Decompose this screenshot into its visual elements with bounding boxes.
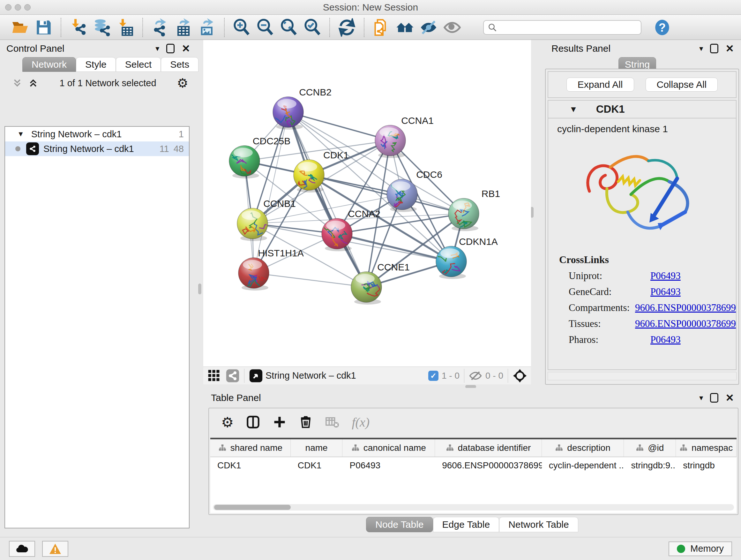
- help-icon[interactable]: ?: [653, 18, 671, 37]
- zoom-selected-icon[interactable]: [303, 18, 322, 37]
- tree-icon: [218, 444, 226, 452]
- import-table-icon[interactable]: [116, 18, 135, 37]
- tree-icon: [446, 444, 454, 452]
- column-header-namespac[interactable]: namespac: [676, 439, 737, 456]
- network-badge-icon[interactable]: [226, 369, 240, 383]
- cloud-status-button[interactable]: [9, 541, 35, 557]
- results-panel: Results Panel ▾ ✕ String Expand All Coll…: [534, 40, 741, 388]
- column-header-description[interactable]: description: [542, 439, 624, 456]
- scrollbar-thumb[interactable]: [214, 505, 291, 510]
- control-panel-float-icon[interactable]: [166, 44, 175, 53]
- tab-edge-table[interactable]: Edge Table: [433, 517, 499, 532]
- svg-text:HIST1H1A: HIST1H1A: [258, 248, 304, 258]
- birds-eye-view-icon[interactable]: [513, 368, 527, 383]
- collection-count: 1: [179, 129, 184, 139]
- results-panel-float-icon[interactable]: [710, 44, 718, 53]
- collection-expander-icon[interactable]: ▼: [17, 130, 24, 138]
- column-header--id[interactable]: @id: [624, 439, 676, 456]
- column-header-canonical-name[interactable]: canonical name: [342, 439, 435, 456]
- table-row[interactable]: CDK1CDK1P064939606.ENSP00000378699cyclin…: [210, 457, 737, 474]
- crosslink-row: Compartments:9606.ENSP00000378699: [559, 302, 736, 314]
- zoom-fit-icon[interactable]: [280, 18, 298, 37]
- column-header-shared-name[interactable]: shared name: [210, 439, 291, 456]
- tab-node-table[interactable]: Node Table: [366, 517, 433, 532]
- search-box[interactable]: [483, 20, 642, 35]
- crosslink-link[interactable]: P06493: [650, 270, 681, 282]
- string-network-graph[interactable]: CCNB2CCNA1CDC25BCDK1CDC6RB1CCNB1CCNA2CDK…: [203, 40, 531, 367]
- crosslink-link[interactable]: P06493: [650, 286, 681, 298]
- import-network-database-icon[interactable]: [92, 18, 111, 37]
- table-panel-title: Table Panel: [211, 392, 261, 403]
- copy-network-icon[interactable]: [372, 18, 391, 37]
- crosslink-link[interactable]: 9606.ENSP00000378699: [635, 302, 736, 314]
- crosslink-link[interactable]: 9606.ENSP00000378699: [635, 318, 736, 329]
- control-panel-tabs: Network Style Select Sets: [22, 57, 197, 72]
- svg-text:CCNB2: CCNB2: [299, 87, 332, 98]
- save-session-icon[interactable]: [35, 18, 53, 37]
- table-cell[interactable]: stringdb: [676, 457, 737, 474]
- hidden-counts: 0 - 0: [485, 371, 503, 381]
- table-horizontal-scrollbar[interactable]: [213, 504, 734, 510]
- column-header-database-identifier[interactable]: database identifier: [435, 439, 542, 456]
- table-cell[interactable]: 9606.ENSP00000378699: [435, 457, 542, 474]
- gene-expander-icon[interactable]: ▼: [569, 105, 578, 114]
- function-builder-icon-disabled: f(x): [352, 415, 369, 430]
- tab-network-table[interactable]: Network Table: [499, 517, 578, 532]
- network-row-selected[interactable]: String Network – cdk1 11 48: [5, 141, 189, 156]
- network-options-gear-icon[interactable]: ⚙: [177, 76, 188, 90]
- open-in-window-icon[interactable]: [249, 369, 263, 383]
- tab-select[interactable]: Select: [116, 57, 161, 72]
- network-canvas[interactable]: CCNB2CCNA1CDC25BCDK1CDC6RB1CCNB1CCNA2CDK…: [203, 40, 531, 367]
- tab-sets[interactable]: Sets: [161, 57, 199, 72]
- node-table[interactable]: shared namenamecanonical namedatabase id…: [210, 438, 737, 513]
- zoom-in-icon[interactable]: [232, 18, 251, 37]
- refresh-icon[interactable]: [338, 18, 356, 37]
- tab-network[interactable]: Network: [22, 57, 76, 72]
- delete-column-icon[interactable]: [299, 415, 313, 429]
- table-panel-menu-icon[interactable]: ▾: [699, 393, 703, 402]
- export-table-icon[interactable]: [174, 18, 193, 37]
- delete-table-icon-disabled: [325, 415, 340, 429]
- results-panel-menu-icon[interactable]: ▾: [699, 44, 703, 53]
- table-cell[interactable]: CDK1: [210, 457, 291, 474]
- table-cell[interactable]: cyclin-dependent ...: [542, 457, 624, 474]
- show-columns-icon[interactable]: [246, 415, 260, 429]
- open-session-icon[interactable]: [11, 18, 29, 37]
- network-current-dot: [15, 146, 20, 151]
- gene-section-header[interactable]: ▼ CDK1: [548, 101, 736, 118]
- network-collection-row[interactable]: ▼ String Network – cdk1 1: [5, 127, 189, 141]
- table-cell[interactable]: stringdb:9...: [624, 457, 676, 474]
- control-panel-close-icon[interactable]: ✕: [182, 43, 190, 55]
- first-neighbors-icon[interactable]: [396, 18, 414, 37]
- control-panel-menu-icon[interactable]: ▾: [155, 44, 159, 53]
- svg-text:CDC25B: CDC25B: [253, 136, 290, 146]
- results-scrollbar[interactable]: [548, 372, 737, 380]
- table-panel-close-icon[interactable]: ✕: [725, 392, 734, 404]
- warning-status-button[interactable]: [42, 541, 68, 557]
- export-image-icon[interactable]: [198, 18, 216, 37]
- table-cell[interactable]: CDK1: [291, 457, 343, 474]
- expand-all-button[interactable]: Expand All: [566, 78, 634, 91]
- collapse-all-icon[interactable]: [11, 78, 23, 88]
- table-cell[interactable]: P06493: [343, 457, 435, 474]
- selected-checkbox-icon[interactable]: ✓: [428, 371, 439, 381]
- import-network-file-icon[interactable]: [69, 18, 87, 37]
- show-all-icon[interactable]: [443, 18, 461, 37]
- hidden-eye-icon[interactable]: [469, 369, 482, 382]
- crosslink-link[interactable]: P06493: [650, 334, 681, 346]
- grid-view-icon[interactable]: [207, 369, 221, 383]
- tab-style[interactable]: Style: [76, 57, 116, 72]
- results-panel-close-icon[interactable]: ✕: [725, 43, 734, 55]
- search-input[interactable]: [497, 22, 637, 33]
- table-options-gear-icon[interactable]: ⚙: [221, 414, 233, 430]
- expand-all-icon[interactable]: [27, 78, 39, 88]
- left-splitter-handle[interactable]: [198, 284, 201, 294]
- hide-selected-icon[interactable]: [419, 18, 438, 37]
- memory-button[interactable]: Memory: [669, 542, 732, 556]
- export-network-icon[interactable]: [151, 18, 169, 37]
- table-panel-float-icon[interactable]: [710, 393, 718, 402]
- column-header-name[interactable]: name: [291, 439, 343, 456]
- collapse-all-button[interactable]: Collapse All: [646, 78, 718, 91]
- zoom-out-icon[interactable]: [256, 18, 274, 37]
- add-column-icon[interactable]: [273, 415, 286, 429]
